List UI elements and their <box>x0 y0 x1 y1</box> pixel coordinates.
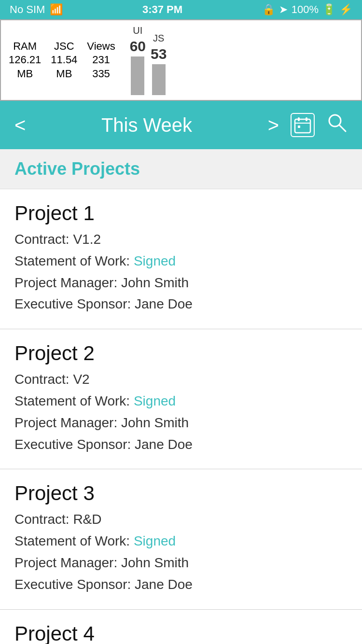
project-name: Project 1 <box>14 202 348 225</box>
project-contract: Contract: V1.2 <box>14 229 348 251</box>
debug-js-bar: JS 53 <box>151 33 167 95</box>
debug-ui-label: UI <box>133 25 142 36</box>
debug-js-rect <box>152 64 166 95</box>
project-manager: Project Manager: John Smith <box>14 552 348 574</box>
sow-status: Signed <box>134 253 176 268</box>
status-left: No SIM 📶 <box>10 3 63 16</box>
section-title: Active Projects <box>14 159 140 179</box>
project-sow: Statement of Work: Signed <box>14 531 348 552</box>
status-right: 🔒 ➤ 100% 🔋 ⚡ <box>262 3 352 16</box>
project-card-2[interactable]: Project 2 Contract: V2 Statement of Work… <box>0 329 362 469</box>
debug-jsc-unit: MB <box>56 67 72 81</box>
debug-ram-value: 126.21 <box>9 53 41 67</box>
debug-chart: UI 60 JS 53 <box>130 25 167 95</box>
week-nav-header: < This Week > <box>0 101 362 149</box>
project-contract: Contract: V2 <box>14 369 348 391</box>
calendar-button[interactable] <box>291 113 315 137</box>
project-name: Project 3 <box>14 482 348 505</box>
sow-status: Signed <box>134 533 176 548</box>
prev-week-button[interactable]: < <box>14 114 26 136</box>
project-sow: Statement of Work: Signed <box>14 251 348 272</box>
location-icon: ➤ <box>279 3 288 16</box>
project-sponsor: Executive Sponsor: Jane Doe <box>14 294 348 315</box>
svg-rect-0 <box>295 119 310 133</box>
debug-ui-value: 60 <box>130 38 146 55</box>
debug-ram-unit: MB <box>17 67 33 81</box>
next-week-button[interactable]: > <box>268 114 279 136</box>
project-sponsor: Executive Sponsor: Jane Doe <box>14 574 348 596</box>
debug-ui-bar: UI 60 <box>130 25 146 95</box>
battery-icon: 🔋 <box>322 3 335 16</box>
project-card-1[interactable]: Project 1 Contract: V1.2 Statement of Wo… <box>0 189 362 329</box>
debug-jsc: JSC 11.54 MB <box>51 40 77 81</box>
project-manager: Project Manager: John Smith <box>14 412 348 434</box>
svg-rect-1 <box>298 117 300 121</box>
project-sponsor: Executive Sponsor: Jane Doe <box>14 434 348 456</box>
project-contract: Contract: R&D <box>14 509 348 531</box>
debug-js-value: 53 <box>151 46 167 62</box>
status-bar: No SIM 📶 3:37 PM 🔒 ➤ 100% 🔋 ⚡ <box>0 0 362 19</box>
svg-line-6 <box>339 125 346 131</box>
section-header: Active Projects <box>0 149 362 189</box>
battery-text: 100% <box>292 3 319 16</box>
debug-jsc-label: JSC <box>54 40 74 54</box>
debug-ram: RAM 126.21 MB <box>9 40 41 81</box>
week-title: This Week <box>101 114 192 136</box>
wifi-icon: 📶 <box>50 3 63 16</box>
carrier-text: No SIM <box>10 3 45 16</box>
project-name: Project 4 <box>14 622 348 644</box>
header-actions: > <box>268 112 348 138</box>
svg-rect-4 <box>298 126 300 128</box>
status-time: 3:37 PM <box>142 3 182 16</box>
debug-views-line1: 231 <box>92 53 110 67</box>
lock-icon: 🔒 <box>262 3 275 16</box>
debug-views-label: Views <box>87 40 115 54</box>
svg-rect-2 <box>306 117 307 121</box>
charging-icon: ⚡ <box>339 3 352 16</box>
project-name: Project 2 <box>14 342 348 365</box>
project-sow: Statement of Work: Signed <box>14 391 348 412</box>
sow-status: Signed <box>134 393 176 408</box>
debug-js-label: JS <box>153 33 164 44</box>
debug-views: Views 231 335 <box>87 40 115 81</box>
project-card-4[interactable]: Project 4 Contract: Device Agent Design … <box>0 610 362 644</box>
debug-ram-label: RAM <box>13 40 37 54</box>
debug-jsc-value: 11.54 <box>51 53 77 67</box>
debug-ui-rect <box>131 56 144 95</box>
projects-list: Project 1 Contract: V1.2 Statement of Wo… <box>0 189 362 644</box>
project-manager: Project Manager: John Smith <box>14 272 348 294</box>
debug-views-line2: 335 <box>92 67 110 81</box>
debug-bar: RAM 126.21 MB JSC 11.54 MB Views 231 335… <box>0 19 362 101</box>
search-button[interactable] <box>326 112 348 138</box>
project-card-3[interactable]: Project 3 Contract: R&D Statement of Wor… <box>0 469 362 609</box>
